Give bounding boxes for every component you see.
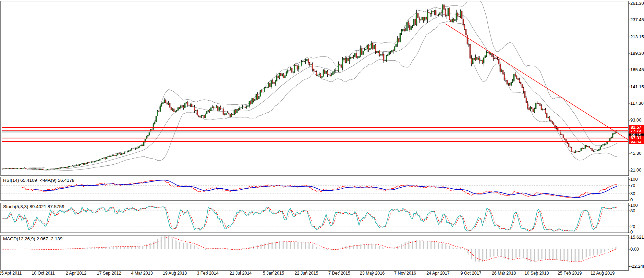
rsi-axis-tick: 0 [630,197,633,202]
candle-body [91,162,92,163]
candle-body [574,152,575,153]
candle-body [420,20,421,20]
candle-body [136,148,137,149]
candle-body [142,145,143,146]
candle-body [17,168,18,168]
candle-body [331,75,332,76]
stoch-indicator-label[interactable]: Stoch(5,3,3) 89.4021 87.5759 [3,204,64,209]
candle-body [265,87,266,88]
rsi-axis-tick: 30 [630,191,635,196]
candle-body [35,169,36,169]
candle-body [57,168,58,168]
candle-body [143,142,144,146]
candle-body [139,146,140,148]
candle-body [401,31,402,33]
candle-body [183,106,184,108]
candle-body [295,65,296,66]
candle-body [167,103,168,104]
date-axis-label: 7 Nov 2016 [394,271,416,276]
candle-body [246,106,247,108]
candle-body [523,88,524,91]
candle-body [435,11,436,15]
candle-body [47,169,48,170]
macd-indicator-label[interactable]: MACD(12,26,9) 2.067 -2.139 [3,236,62,241]
candle-body [511,82,512,85]
candle-body [134,149,135,149]
candle-body [309,63,310,65]
candle-body [500,64,501,72]
candle-body [6,168,7,169]
price-line-marker[interactable]: 67.31 [629,136,644,141]
candle-body [496,59,497,59]
date-axis-label: 7 Dec 2015 [328,271,350,276]
candle-body [505,80,506,80]
candle-body [609,138,610,141]
rsi-indicator-label[interactable]: RSI(14) 65.4109 ->MA(9) 56.4178 [3,178,74,183]
candle-body [393,50,394,51]
candle-body [320,74,321,77]
stoch-panel [1,203,629,233]
candle-body [252,98,253,104]
candle-body [597,151,598,151]
price-line-marker[interactable]: 82.57 [629,125,644,130]
candle-body [471,58,472,64]
candle-body [194,107,195,111]
price-axis-tick: 261.30 [630,1,644,6]
candle-body [513,74,514,81]
candle-body [198,115,199,116]
candle-body [374,45,375,49]
candle-body [415,19,416,25]
candle-body [297,66,298,69]
candle-body [282,74,283,76]
candle-body [501,70,502,72]
candle-body [474,59,475,60]
candle-body [367,45,368,49]
candle-body [286,72,287,75]
candle-body [598,149,599,151]
candle-body [219,107,220,110]
candle-body [372,43,373,49]
candle-body [391,50,392,52]
candle-body [168,103,169,104]
candle-body [406,22,408,31]
candle-body [422,17,423,20]
candle-body [125,152,126,152]
candle-body [245,107,246,108]
candle-body [24,168,25,168]
candle-body [212,107,213,108]
candle-body [454,20,455,21]
candle-body [456,13,457,19]
candle-body [220,107,221,109]
price-chart-canvas[interactable] [0,0,644,278]
candle-body [356,53,357,58]
date-axis-label: 12 Aug 2019 [591,271,615,276]
candle-body [354,53,355,56]
candle-body [228,113,229,114]
candle-body [544,109,545,110]
candle-body [193,107,194,107]
candle-body [457,13,458,16]
candle-body [257,94,258,99]
candle-body [195,111,196,111]
candle-body [396,44,397,47]
candle-body [128,151,129,152]
candle-body [594,151,595,151]
candle-body [311,64,312,65]
candle-body [365,49,366,50]
candle-body [460,11,461,17]
date-axis-label: 17 Sep 2012 [97,271,121,276]
candle-body [153,124,154,129]
candle-body [269,83,270,87]
candle-body [14,168,15,169]
candle-body [253,98,254,101]
candle-body [86,163,87,164]
candle-body [527,103,528,108]
candle-body [426,17,427,19]
candle-body [579,151,580,152]
candle-body [498,59,499,64]
candle-body [520,82,521,84]
candle-body [590,148,591,148]
candle-body [51,169,52,169]
candle-body [530,108,531,110]
candle-body [412,26,413,26]
